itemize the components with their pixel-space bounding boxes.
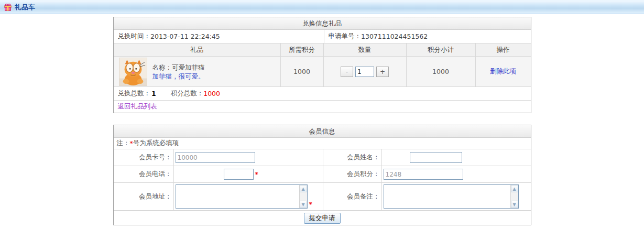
gift-points-subtotal: 1000 (406, 57, 475, 86)
member-name-input[interactable] (410, 152, 462, 163)
exchange-totals-row: 兑换总数：1 积分总数：1000 (114, 87, 531, 101)
textarea-scrollbar[interactable]: ▲ ▼ (299, 185, 307, 208)
textarea-scrollbar[interactable]: ▲ ▼ (510, 185, 518, 208)
gift-name: 名称：可爱加菲猫 (152, 63, 205, 72)
column-header-gift: 礼品 (114, 43, 280, 56)
scroll-down-icon[interactable]: ▼ (511, 201, 518, 208)
member-table-title: 会员信息 (114, 125, 531, 138)
total-count-label: 兑换总数： (118, 89, 151, 98)
order-number-value: 1307111024451562 (361, 32, 428, 40)
required-note: 注：* 号为系统必填项 (114, 138, 531, 149)
order-number: 申请单号：1307111024451562 (324, 30, 531, 43)
scroll-up-icon[interactable]: ▲ (300, 185, 307, 192)
column-header-points-subtotal: 积分小计 (406, 43, 475, 56)
member-phone-label: 会员电话： (114, 166, 173, 182)
exchange-meta-row: 兑换时间：2013-07-11 22:24:45 申请单号：1307111024… (114, 30, 531, 43)
note-text: 号为系统必填项 (133, 139, 179, 148)
gift-item-row: 名称：可爱加菲猫 加菲猫，很可爱。 1000 - + 1000 删除此项 (114, 57, 531, 87)
submit-row: 提交申请 (114, 211, 531, 225)
exchange-time-label: 兑换时间： (118, 32, 151, 41)
member-info-table: 会员信息 注：* 号为系统必填项 会员卡号： 会员姓名： 会员电话： * 会员积… (113, 125, 531, 225)
member-phone-input[interactable] (224, 169, 254, 180)
submit-application-button[interactable]: 提交申请 (304, 213, 341, 224)
titlebar: 礼品车 (0, 0, 644, 14)
exchange-table-title: 兑换信息礼品 (114, 17, 531, 30)
main-content: 兑换信息礼品 兑换时间：2013-07-11 22:24:45 申请单号：130… (113, 17, 531, 225)
total-count-value: 1 (151, 90, 156, 97)
quantity-cell: - + (323, 57, 406, 86)
form-row-phone-points: 会员电话： * 会员积分： (114, 166, 531, 183)
back-link-row: 返回礼品列表 (114, 101, 531, 113)
member-address-textarea[interactable] (176, 184, 308, 209)
gift-required-points: 1000 (280, 57, 323, 86)
member-address-label: 会员地址： (114, 183, 173, 210)
member-card-input[interactable] (176, 152, 255, 163)
member-card-label: 会员卡号： (114, 149, 173, 166)
member-points-label: 会员积分： (323, 166, 381, 182)
scroll-up-icon[interactable]: ▲ (511, 185, 518, 192)
address-required-asterisk: * (309, 200, 312, 208)
scroll-down-icon[interactable]: ▼ (300, 201, 307, 208)
column-header-operation: 操作 (475, 43, 531, 56)
page-title: 礼品车 (15, 3, 35, 12)
column-header-required-points: 所需积分 (280, 43, 323, 56)
form-row-card-name: 会员卡号： 会员姓名： (114, 149, 531, 166)
total-points-label: 积分总数： (171, 89, 204, 98)
gift-description: 加菲猫，很可爱。 (152, 72, 205, 81)
exchange-info-table: 兑换信息礼品 兑换时间：2013-07-11 22:24:45 申请单号：130… (113, 17, 531, 113)
form-row-address-remark: 会员地址： ▲ ▼ * 会员备注： ▲ ▼ (114, 183, 531, 211)
back-to-gift-list-link[interactable]: 返回礼品列表 (118, 102, 157, 111)
member-remark-label: 会员备注： (323, 183, 381, 210)
total-points-value: 1000 (203, 90, 220, 97)
exchange-time: 兑换时间：2013-07-11 22:24:45 (114, 30, 324, 43)
order-number-label: 申请单号： (329, 32, 362, 41)
phone-required-asterisk: * (255, 170, 258, 178)
exchange-time-value: 2013-07-11 22:24:45 (150, 32, 220, 40)
quantity-minus-button[interactable]: - (341, 67, 353, 77)
column-header-quantity: 数量 (323, 43, 406, 56)
member-name-label: 会员姓名： (323, 149, 381, 166)
gift-image-garfield (119, 58, 147, 86)
member-remark-textarea[interactable] (384, 184, 519, 209)
delete-item-link[interactable]: 删除此项 (490, 67, 516, 76)
gift-box-icon (4, 3, 12, 12)
quantity-plus-button[interactable]: + (376, 67, 389, 77)
exchange-column-headers: 礼品 所需积分 数量 积分小计 操作 (114, 43, 531, 57)
quantity-input[interactable] (355, 67, 374, 77)
member-points-input[interactable] (384, 169, 463, 180)
note-prefix: 注： (117, 139, 130, 148)
